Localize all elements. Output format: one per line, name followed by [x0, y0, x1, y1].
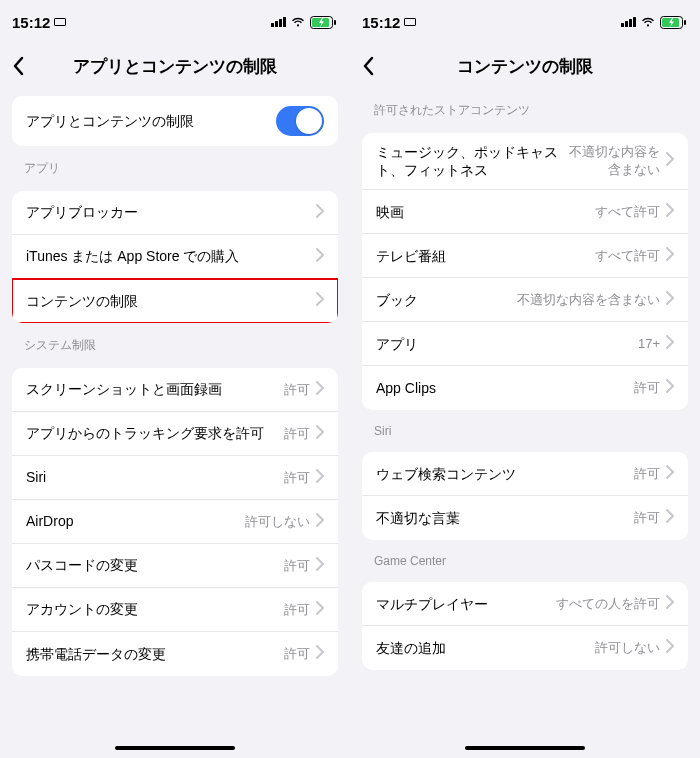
row-label: iTunes または App Store での購入 [26, 247, 316, 265]
row-itunes-purchase[interactable]: iTunes または App Store での購入 [12, 235, 338, 279]
chevron-left-icon [362, 56, 374, 76]
sim-card-icon [54, 18, 66, 26]
status-time-text: 15:12 [12, 14, 50, 31]
row-label: アプリ [376, 335, 638, 353]
status-icons [621, 16, 688, 29]
sim-card-icon [404, 18, 416, 26]
row-movies[interactable]: 映画 すべて許可 [362, 190, 688, 234]
row-label: 携帯電話データの変更 [26, 645, 284, 663]
chevron-right-icon [316, 469, 324, 487]
row-value: 許可 [284, 425, 310, 443]
row-web-content[interactable]: ウェブ検索コンテンツ 許可 [362, 452, 688, 496]
status-time: 15:12 [362, 14, 416, 31]
chevron-right-icon [316, 248, 324, 266]
row-label: App Clips [376, 379, 634, 397]
back-button[interactable] [362, 56, 374, 76]
row-music[interactable]: ミュージック、ポッドキャスト、フィットネス 不適切な内容を含まない [362, 133, 688, 190]
row-tracking[interactable]: アプリからのトラッキング要求を許可 許可 [12, 412, 338, 456]
chevron-right-icon [666, 335, 674, 353]
row-label: AirDrop [26, 512, 245, 530]
section-header-app: アプリ [0, 146, 350, 183]
nav-bar: コンテンツの制限 [350, 44, 700, 88]
content-scroll[interactable]: アプリとコンテンツの制限 アプリ アプリブロッカー iTunes または App… [0, 88, 350, 758]
home-indicator[interactable] [115, 746, 235, 750]
row-label: コンテンツの制限 [26, 292, 316, 310]
row-label: Siri [26, 468, 284, 486]
restrictions-toggle-label: アプリとコンテンツの制限 [26, 112, 276, 130]
status-time-text: 15:12 [362, 14, 400, 31]
row-value: 17+ [638, 336, 660, 351]
row-apps[interactable]: アプリ 17+ [362, 322, 688, 366]
row-add-friends[interactable]: 友達の追加 許可しない [362, 626, 688, 670]
chevron-right-icon [666, 639, 674, 657]
cellular-signal-icon [271, 17, 286, 27]
row-value: 許可 [284, 557, 310, 575]
status-bar: 15:12 [0, 0, 350, 44]
page-title: コンテンツの制限 [457, 55, 593, 78]
row-explicit-lang[interactable]: 不適切な言葉 許可 [362, 496, 688, 540]
row-label: マルチプレイヤー [376, 595, 556, 613]
row-label: ウェブ検索コンテンツ [376, 465, 634, 483]
row-app-blocker[interactable]: アプリブロッカー [12, 191, 338, 235]
chevron-right-icon [666, 152, 674, 170]
svg-rect-5 [684, 20, 686, 25]
back-button[interactable] [12, 56, 24, 76]
row-cellular[interactable]: 携帯電話データの変更 許可 [12, 632, 338, 676]
app-group: アプリブロッカー iTunes または App Store での購入 コンテンツ… [12, 191, 338, 323]
row-label: アプリからのトラッキング要求を許可 [26, 424, 284, 442]
chevron-left-icon [12, 56, 24, 76]
row-label: アプリブロッカー [26, 203, 316, 221]
row-content-restrictions[interactable]: コンテンツの制限 [12, 279, 338, 323]
row-label: アカウントの変更 [26, 600, 284, 618]
gc-group: マルチプレイヤー すべての人を許可 友達の追加 許可しない [362, 582, 688, 670]
content-scroll[interactable]: 許可されたストアコンテンツ ミュージック、ポッドキャスト、フィットネス 不適切な… [350, 88, 700, 758]
row-value: 不適切な内容を含まない [517, 291, 660, 309]
siri-group: ウェブ検索コンテンツ 許可 不適切な言葉 許可 [362, 452, 688, 540]
row-value: 許可 [284, 381, 310, 399]
chevron-right-icon [666, 595, 674, 613]
home-indicator[interactable] [465, 746, 585, 750]
row-value: 許可 [284, 601, 310, 619]
chevron-right-icon [316, 381, 324, 399]
nav-bar: アプリとコンテンツの制限 [0, 44, 350, 88]
chevron-right-icon [666, 203, 674, 221]
row-multiplayer[interactable]: マルチプレイヤー すべての人を許可 [362, 582, 688, 626]
wifi-icon [290, 16, 306, 28]
chevron-right-icon [666, 247, 674, 265]
row-appclips[interactable]: App Clips 許可 [362, 366, 688, 410]
status-time: 15:12 [12, 14, 66, 31]
page-title: アプリとコンテンツの制限 [73, 55, 277, 78]
section-header-store: 許可されたストアコンテンツ [350, 88, 700, 125]
toggle-group: アプリとコンテンツの制限 [12, 96, 338, 146]
row-value: すべて許可 [595, 247, 660, 265]
row-label: スクリーンショットと画面録画 [26, 380, 284, 398]
row-value: すべて許可 [595, 203, 660, 221]
restrictions-toggle-row[interactable]: アプリとコンテンツの制限 [12, 96, 338, 146]
chevron-right-icon [316, 204, 324, 222]
row-label: ミュージック、ポッドキャスト、フィットネス [376, 143, 560, 179]
restrictions-toggle[interactable] [276, 106, 324, 136]
row-screenshot[interactable]: スクリーンショットと画面録画 許可 [12, 368, 338, 412]
row-siri[interactable]: Siri 許可 [12, 456, 338, 500]
chevron-right-icon [316, 557, 324, 575]
row-label: テレビ番組 [376, 247, 595, 265]
phone-right: 15:12 コンテンツの制限 許可されたストアコンテンツ ミュージック、ポッドキ… [350, 0, 700, 758]
row-passcode[interactable]: パスコードの変更 許可 [12, 544, 338, 588]
chevron-right-icon [316, 601, 324, 619]
status-bar: 15:12 [350, 0, 700, 44]
row-books[interactable]: ブック 不適切な内容を含まない [362, 278, 688, 322]
row-value: 許可しない [595, 639, 660, 657]
row-label: 友達の追加 [376, 639, 595, 657]
battery-icon [660, 16, 688, 29]
chevron-right-icon [666, 465, 674, 483]
row-label: 映画 [376, 203, 595, 221]
row-label: 不適切な言葉 [376, 509, 634, 527]
svg-rect-2 [334, 20, 336, 25]
row-tv[interactable]: テレビ番組 すべて許可 [362, 234, 688, 278]
status-icons [271, 16, 338, 29]
chevron-right-icon [316, 645, 324, 663]
cellular-signal-icon [621, 17, 636, 27]
row-account[interactable]: アカウントの変更 許可 [12, 588, 338, 632]
section-header-siri: Siri [350, 410, 700, 444]
row-airdrop[interactable]: AirDrop 許可しない [12, 500, 338, 544]
